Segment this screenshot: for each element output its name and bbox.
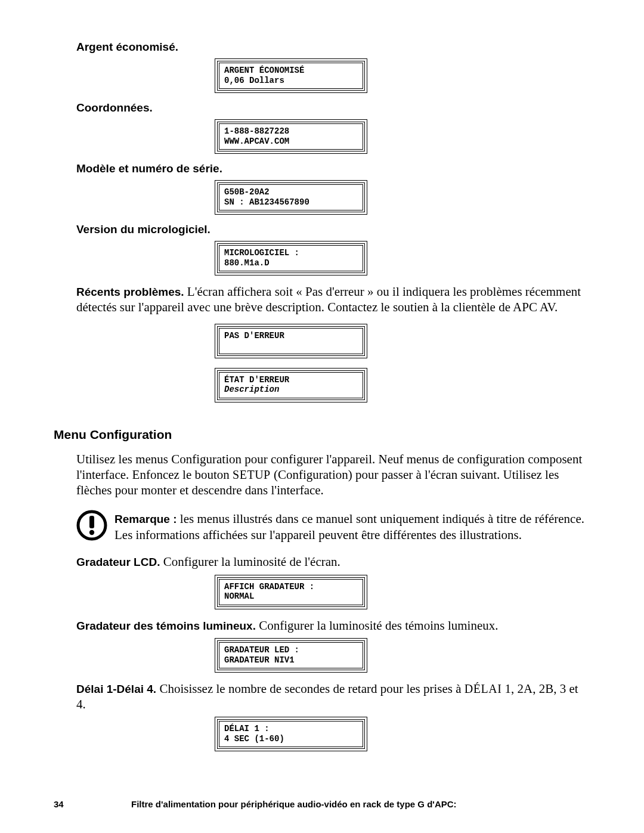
lcd-display-model: G50B-20A2 SN : AB1234567890 [215,180,367,215]
paragraph-delay: Délai 1-Délai 4. Choisissez le nombre de… [76,681,590,713]
lcd-text: 4 SEC (1-60) [224,734,284,744]
label-money-saved: Argent économisé. [76,41,590,54]
lcd-display-error-state: ÉTAT D'ERREUR Description [215,368,367,402]
runin-delay: Délai 1-Délai 4. [76,683,159,695]
lcd-text: 880.M1a.D [224,258,270,268]
lcd-text: AFFICH GRADATEUR : [224,582,314,592]
lcd-text: SN : AB1234567890 [224,197,309,207]
exclamation-icon [76,510,107,543]
paragraph-lcd-dimmer: Gradateur LCD. Configurer la luminosité … [76,554,590,569]
label-contact: Coordonnées. [76,101,590,114]
lcd-display-contact: 1-888-8827228 WWW.APCAV.COM [215,119,367,154]
lcd-text: ARGENT ÉCONOMISÉ [224,66,304,75]
paragraph-recent-problems: Récents problèmes. L'écran affichera soi… [76,284,590,315]
lcd-text: GRADATEUR NIV1 [224,655,295,665]
smallcaps-delai: DÉLAI [465,682,501,695]
lcd-display-no-error: PAS D'ERREUR [215,324,367,358]
text-note: les menus illustrés dans ce manuel sont … [114,512,584,541]
runin-note: Remarque : [114,513,180,525]
lcd-text: 1-888-8827228 [224,126,289,136]
footer-text: Filtre d'alimentation pour périphérique … [131,799,590,809]
lcd-display-money: ARGENT ÉCONOMISÉ 0,06 Dollars [215,58,367,93]
lcd-text: 0,06 Dollars [224,76,284,85]
note-block: Remarque : les menus illustrés dans ce m… [76,511,590,543]
lcd-text: WWW.APCAV.COM [224,137,289,146]
text-lcd-dimmer: Configurer la luminosité de l'écran. [163,555,340,569]
lcd-text: PAS D'ERREUR [224,331,284,340]
document-page: Argent économisé. ARGENT ÉCONOMISÉ 0,06 … [0,0,644,833]
lcd-text-italic: Description [224,385,279,394]
lcd-display-firmware: MICROLOGICIEL : 880.M1a.D [215,241,367,275]
lcd-text: ÉTAT D'ERREUR [224,375,289,385]
lcd-text: G50B-20A2 [224,187,270,197]
text-led-dimmer: Configurer la luminosité des témoins lum… [259,618,498,633]
runin-lcd-dimmer: Gradateur LCD. [76,556,163,568]
runin-recent-problems: Récents problèmes. [76,286,187,298]
lcd-display-led-dimmer: GRADATEUR LED : GRADATEUR NIV1 [215,638,367,673]
page-footer: 34 Filtre d'alimentation pour périphériq… [54,799,590,809]
smallcaps-setup: SETUP [233,468,271,481]
svg-point-2 [89,530,94,535]
lcd-display-delay: DÉLAI 1 : 4 SEC (1-60) [215,717,367,751]
label-firmware: Version du micrologiciel. [76,223,590,236]
paragraph-led-dimmer: Gradateur des témoins lumineux. Configur… [76,618,590,633]
lcd-text: DÉLAI 1 : [224,724,270,733]
heading-menu-configuration: Menu Configuration [54,428,590,442]
lcd-text: MICROLOGICIEL : [224,248,299,258]
text-delay-pre: Choisissez le nombre de secondes de reta… [159,682,464,696]
paragraph-note: Remarque : les menus illustrés dans ce m… [114,511,590,543]
label-model-serial: Modèle et numéro de série. [76,162,590,175]
runin-led-dimmer: Gradateur des témoins lumineux. [76,620,259,632]
lcd-text: GRADATEUR LED : [224,645,299,655]
paragraph-menu-config: Utilisez les menus Configuration pour co… [76,451,590,498]
lcd-display-lcd-dimmer: AFFICH GRADATEUR : NORMAL [215,575,367,609]
page-number: 34 [54,799,131,809]
svg-rect-1 [89,516,94,528]
lcd-text: NORMAL [224,592,254,601]
